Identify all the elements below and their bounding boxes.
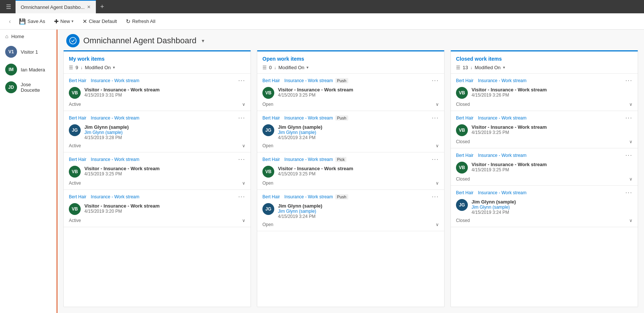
work-item-card: Bert Hair Insurance - Work stream ··· VB… — [451, 111, 638, 148]
sort-dir-icon: ↓ — [470, 65, 472, 70]
work-item-body: VB Visitor - Insurance - Work stream 4/1… — [69, 87, 245, 99]
work-item-expand-icon[interactable]: ∨ — [242, 218, 245, 223]
tag-agent[interactable]: Bert Hair — [456, 190, 473, 195]
work-item-expand-icon[interactable]: ∨ — [629, 176, 633, 182]
work-item-menu-icon[interactable]: ··· — [432, 193, 439, 200]
work-item-status: Closed — [456, 218, 470, 223]
work-item-info: Visitor - Insurance - Work stream 4/15/2… — [472, 87, 633, 98]
col-body-closed-work-items: Bert Hair Insurance - Work stream ··· VB… — [451, 74, 638, 307]
sidebar-item-visitor1[interactable]: V1 Visitor 1 — [0, 43, 57, 61]
tag-stream[interactable]: Insurance - Work stream — [478, 78, 526, 83]
sidebar-item-jose-doucette[interactable]: JD Jose Doucette — [0, 78, 57, 96]
tag-agent[interactable]: Bert Hair — [69, 115, 86, 121]
work-item-menu-icon[interactable]: ··· — [238, 156, 245, 163]
save-as-button[interactable]: 💾 Save As — [15, 17, 49, 26]
active-tab[interactable]: Omnichannel Agent Dashbo... ✕ — [16, 0, 96, 13]
work-item-expand-icon[interactable]: ∨ — [629, 102, 633, 107]
work-item-card: Bert Hair Insurance - Work stream ··· JG… — [451, 186, 638, 227]
work-item-menu-icon[interactable]: ··· — [238, 193, 245, 200]
work-item-menu-icon[interactable]: ··· — [625, 115, 633, 121]
work-item-expand-icon[interactable]: ∨ — [436, 102, 439, 107]
work-item-expand-icon[interactable]: ∨ — [436, 181, 439, 186]
tag-agent[interactable]: Bert Hair — [69, 78, 86, 83]
tag-agent[interactable]: Bert Hair — [456, 115, 473, 121]
work-item-menu-icon[interactable]: ··· — [432, 115, 439, 121]
work-item-menu-icon[interactable]: ··· — [238, 115, 245, 121]
tag-stream[interactable]: Insurance - Work stream — [284, 157, 333, 162]
tag-agent[interactable]: Bert Hair — [262, 78, 280, 83]
work-item-link[interactable]: Jim Glynn (sample) — [472, 205, 633, 210]
new-button[interactable]: ✚ New ▾ — [50, 17, 77, 26]
tag-stream[interactable]: Insurance - Work stream — [91, 78, 139, 83]
work-item-body: VB Visitor - Insurance - Work stream 4/1… — [262, 166, 439, 178]
work-item-expand-icon[interactable]: ∨ — [242, 181, 245, 186]
work-item-card: Bert Hair Insurance - Work stream ··· VB… — [64, 152, 251, 190]
clear-default-button[interactable]: ✕ Clear Default — [79, 17, 121, 26]
tag-stream[interactable]: Insurance - Work stream — [91, 115, 139, 121]
work-item-link[interactable]: Jim Glynn (sample) — [278, 130, 439, 135]
hamburger-icon[interactable]: ☰ — [3, 2, 14, 12]
work-item-link[interactable]: Jim Glynn (sample) — [84, 130, 245, 135]
col-sort-caret[interactable]: ▾ — [113, 65, 115, 70]
tag-stream[interactable]: Insurance - Work stream — [91, 157, 139, 162]
sidebar-item-ian-madera[interactable]: IM Ian Madera — [0, 61, 57, 78]
work-item-expand-icon[interactable]: ∨ — [242, 143, 245, 148]
work-item-status: Open — [262, 181, 273, 186]
tag-agent[interactable]: Bert Hair — [262, 194, 280, 199]
work-item-time: 4/15/2019 3:24 PM — [472, 210, 633, 215]
work-item-name: Jim Glynn (sample) — [278, 203, 439, 209]
col-sort-label: Modified On — [278, 65, 304, 70]
col-sort-caret[interactable]: ▾ — [503, 65, 505, 70]
tab-add-icon[interactable]: + — [97, 1, 107, 12]
work-item-body: JG Jim Glynn (sample) Jim Glynn (sample)… — [69, 124, 245, 140]
work-item-link[interactable]: Jim Glynn (sample) — [278, 209, 439, 214]
work-item-status: Closed — [456, 139, 470, 144]
work-item-expand-icon[interactable]: ∨ — [436, 222, 439, 227]
work-item-expand-icon[interactable]: ∨ — [436, 143, 439, 148]
work-item-avatar: VB — [262, 166, 274, 178]
tag-stream[interactable]: Insurance - Work stream — [284, 194, 333, 199]
work-item-time: 4/15/2019 3:25 PM — [472, 167, 633, 172]
tag-stream[interactable]: Insurance - Work stream — [478, 115, 526, 121]
work-item-tags: Bert Hair Insurance - Work stream — [456, 190, 527, 195]
column-my-work-items: My work items ☰ 9 ↓ Modified On ▾ Bert H… — [63, 50, 251, 307]
work-item-info: Jim Glynn (sample) Jim Glynn (sample) 4/… — [278, 203, 439, 219]
work-item-expand-icon[interactable]: ∨ — [242, 102, 245, 107]
work-item-menu-icon[interactable]: ··· — [625, 152, 633, 159]
work-item-menu-icon[interactable]: ··· — [432, 77, 439, 84]
refresh-all-button[interactable]: ↻ Refresh All — [122, 17, 159, 26]
work-item-tags: Bert Hair Insurance - Work stream Push — [262, 194, 348, 199]
work-item-tags: Bert Hair Insurance - Work stream — [456, 78, 527, 83]
tag-agent[interactable]: Bert Hair — [456, 153, 473, 158]
work-item-expand-icon[interactable]: ∨ — [629, 218, 633, 223]
back-button[interactable]: ‹ — [6, 17, 14, 26]
work-item-card: Bert Hair Insurance - Work stream ··· JG… — [64, 111, 251, 152]
tag-agent[interactable]: Bert Hair — [456, 78, 473, 83]
tag-agent[interactable]: Bert Hair — [262, 157, 280, 162]
col-sort-label: Modified On — [85, 65, 111, 70]
work-item-expand-icon[interactable]: ∨ — [629, 139, 633, 144]
work-item-info: Jim Glynn (sample) Jim Glynn (sample) 4/… — [472, 199, 633, 215]
work-item-menu-icon[interactable]: ··· — [625, 189, 633, 196]
tag-stream[interactable]: Insurance - Work stream — [478, 153, 526, 158]
tag-stream[interactable]: Insurance - Work stream — [284, 78, 333, 83]
work-item-menu-icon[interactable]: ··· — [625, 77, 633, 84]
work-item-status: Active — [69, 181, 81, 186]
new-caret-icon[interactable]: ▾ — [71, 19, 74, 24]
tag-stream[interactable]: Insurance - Work stream — [91, 194, 139, 199]
work-item-time: 4/15/2019 3:25 PM — [278, 92, 439, 98]
sidebar-home[interactable]: ⌂ Home — [0, 30, 57, 43]
tab-close-icon[interactable]: ✕ — [87, 4, 91, 10]
col-count: 0 — [269, 65, 272, 70]
work-item-menu-icon[interactable]: ··· — [432, 156, 439, 163]
tag-agent[interactable]: Bert Hair — [69, 194, 86, 199]
col-sort-caret[interactable]: ▾ — [306, 65, 309, 70]
work-item-menu-icon[interactable]: ··· — [238, 77, 245, 84]
tag-stream[interactable]: Insurance - Work stream — [478, 190, 526, 195]
sidebar-name-ian-madera: Ian Madera — [21, 67, 45, 73]
tag-agent[interactable]: Bert Hair — [262, 115, 280, 121]
page-title-caret[interactable]: ▾ — [202, 38, 204, 44]
tag-stream[interactable]: Insurance - Work stream — [284, 115, 333, 121]
work-item-header: Bert Hair Insurance - Work stream Pick ·… — [262, 156, 439, 163]
tag-agent[interactable]: Bert Hair — [69, 157, 86, 162]
